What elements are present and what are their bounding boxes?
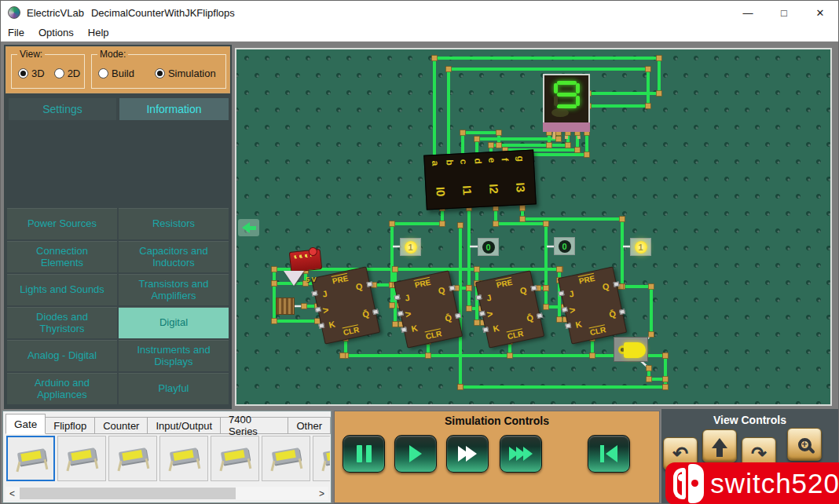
component-thumb[interactable]	[108, 436, 157, 481]
palette-scrollbar[interactable]: < >	[5, 487, 328, 500]
radio-3d-dot[interactable]	[18, 68, 28, 79]
pan-left-button[interactable]	[238, 219, 259, 236]
ff-label-k: K	[410, 323, 418, 333]
window-title: ElectricVLabDecimalCounterWithJKFlipflop…	[27, 7, 235, 19]
reset-gate[interactable]	[614, 337, 648, 362]
category-lights-sounds[interactable]: Lights and Sounds	[7, 274, 117, 305]
decoder-pin-g: g	[515, 155, 526, 162]
category-transistors-amplifiers[interactable]: Transistors and Amplifiers	[119, 274, 229, 305]
close-button[interactable]: ✕	[802, 1, 838, 24]
decoder-pin-i0: I0	[434, 186, 448, 196]
ff-pin	[311, 290, 317, 296]
radio-build-dot[interactable]	[98, 68, 108, 79]
bit-indicator-2[interactable]: 0	[478, 238, 499, 256]
category-playful[interactable]: Playful	[119, 373, 229, 404]
category-diodes-thyristors[interactable]: Diodes and Thyristors	[7, 307, 117, 338]
segment-e-off	[554, 96, 558, 106]
menu-options[interactable]: Options	[31, 27, 81, 38]
clock-source[interactable]	[276, 298, 295, 315]
tab-information[interactable]: Information	[119, 98, 229, 120]
watermark-text: switch520	[710, 468, 839, 499]
radio-build[interactable]: Build	[98, 68, 134, 79]
view-controls-title: View Controls	[661, 414, 838, 426]
maximize-button[interactable]: □	[766, 1, 802, 24]
battery-5v[interactable]	[289, 249, 322, 272]
scrollbar-thumb[interactable]	[20, 488, 236, 499]
pan-up-button[interactable]	[702, 429, 737, 462]
component-thumb[interactable]	[262, 436, 310, 481]
category-instruments-displays[interactable]: Instruments and Displays	[119, 340, 229, 371]
palette-tab-counter[interactable]: Counter	[95, 417, 148, 434]
palette-tab-7400-series[interactable]: 7400 Series	[221, 417, 288, 434]
category-power-sources[interactable]: Power Sources	[7, 208, 117, 239]
segment-g	[557, 93, 577, 97]
menu-help[interactable]: Help	[81, 27, 116, 38]
component-thumb-selected[interactable]	[6, 436, 55, 481]
ff-label-clk: >	[485, 308, 494, 320]
radio-2d-dot[interactable]	[54, 68, 64, 79]
scroll-left-button[interactable]: <	[5, 487, 19, 500]
radio-simulation-dot[interactable]	[155, 68, 165, 79]
ff-pin	[401, 327, 407, 332]
ff-label-q: Q	[602, 281, 610, 292]
palette-tab-input-output[interactable]: Input/Output	[148, 417, 221, 434]
fast-forward-button[interactable]	[446, 435, 489, 473]
view-mode-panel: View: 3D 2D Mode: Build Simulation	[5, 46, 230, 93]
category-resistors[interactable]: Resistors	[119, 208, 229, 239]
display-reflection	[551, 108, 569, 117]
component-thumb[interactable]	[313, 436, 330, 481]
mode-group: Mode: Build Simulation	[91, 54, 226, 89]
wire-network	[236, 49, 830, 404]
palette-tab-other[interactable]: Other	[288, 417, 331, 434]
component-thumb[interactable]	[159, 436, 208, 481]
play-button[interactable]	[394, 435, 437, 473]
radio-3d[interactable]: 3D	[18, 68, 45, 79]
ff-pin	[565, 323, 571, 328]
ff-pin	[394, 294, 400, 300]
palette-tab-flipflop[interactable]: Flipflop	[46, 417, 95, 434]
radio-2d[interactable]: 2D	[54, 68, 81, 79]
decoder-pin-d: d	[472, 158, 483, 164]
ff-label-qbar: Q̄	[444, 312, 452, 323]
switch-logo-icon	[673, 468, 686, 499]
ff-label-clk: >	[321, 304, 330, 316]
ff-label-q: Q	[438, 285, 446, 296]
menu-file[interactable]: File	[1, 27, 31, 38]
view-group-label: View:	[17, 49, 45, 60]
zoom-in-button[interactable]: +	[787, 428, 822, 461]
component-thumb[interactable]	[211, 436, 259, 481]
gate-body	[624, 342, 646, 358]
ff-label-j: J	[485, 293, 492, 303]
circuit-viewport[interactable]: 9 a b c d e f g I0 I1 I2 I3 PRE	[235, 48, 832, 406]
category-digital[interactable]: Digital	[119, 307, 229, 338]
pause-icon	[357, 445, 362, 462]
category-connection-elements[interactable]: Connection Elements	[7, 241, 117, 272]
up-arrow-icon	[712, 438, 727, 448]
pause-button[interactable]	[343, 435, 385, 473]
document-name: DecimalCounterWithJKFlipflops	[91, 7, 235, 19]
scroll-right-button[interactable]: >	[315, 487, 328, 500]
restart-button[interactable]	[588, 435, 630, 473]
decoder-pin-e: e	[486, 157, 497, 163]
bit-indicator-0[interactable]: 1	[630, 238, 651, 256]
display-base	[543, 122, 590, 132]
radio-simulation[interactable]: Simulation	[155, 68, 216, 79]
category-analog-digital[interactable]: Analog - Digital	[7, 340, 117, 371]
decoder-chip[interactable]: a b c d e f g I0 I1 I2 I3	[423, 149, 536, 210]
category-capacitors-inductors[interactable]: Capacitors and Inductors	[119, 241, 229, 272]
ff-label-qbar: Q̄	[361, 309, 370, 320]
rotate-left-icon: ↶	[672, 444, 688, 463]
rotate-right-icon: ↷	[751, 444, 767, 463]
bit-indicator-1[interactable]: 0	[554, 237, 575, 255]
palette-tab-gate[interactable]: Gate	[5, 414, 46, 434]
tab-settings[interactable]: Settings	[9, 98, 116, 120]
component-thumb[interactable]	[57, 436, 106, 481]
battery-voltage-label: 5 V	[306, 276, 317, 283]
bit-indicator-3[interactable]: 1	[400, 238, 421, 256]
category-arduino-appliances[interactable]: Arduino and Appliances	[7, 373, 117, 404]
fastest-forward-button[interactable]	[500, 435, 542, 473]
minimize-button[interactable]: —	[730, 1, 766, 24]
seven-segment-display[interactable]: 9	[543, 74, 590, 132]
component-thumbnails	[6, 436, 330, 483]
play-icon	[409, 445, 422, 462]
